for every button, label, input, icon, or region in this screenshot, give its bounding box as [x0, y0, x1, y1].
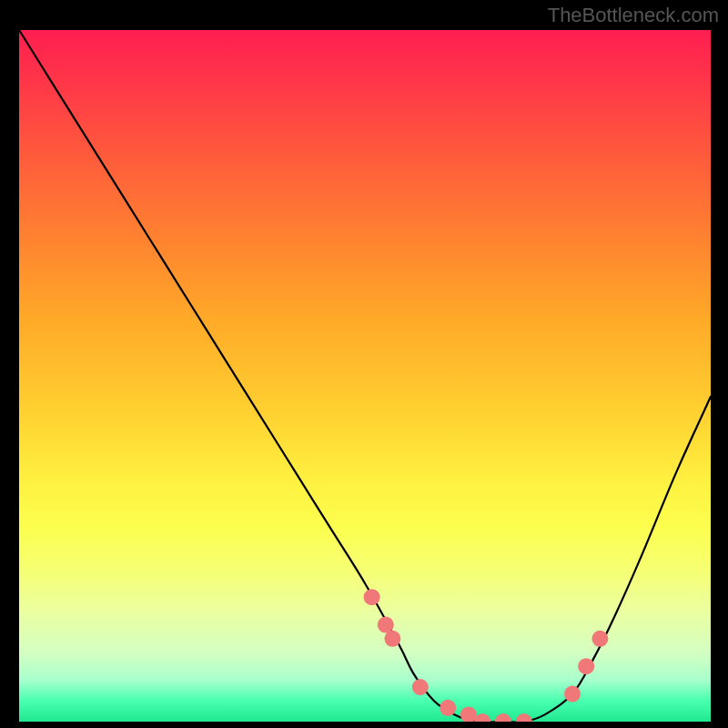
highlighted-point: [564, 686, 581, 703]
highlighted-point: [495, 713, 511, 722]
chart-svg: [19, 30, 711, 722]
highlighted-point: [592, 631, 608, 647]
plot-area: [19, 30, 711, 722]
watermark-text: TheBottleneck.com: [548, 4, 719, 27]
highlighted-point: [440, 700, 456, 716]
highlighted-points-group: [364, 589, 609, 722]
highlighted-point: [578, 658, 594, 674]
highlighted-point: [412, 679, 429, 695]
highlighted-point: [384, 631, 400, 647]
chart-container: TheBottleneck.com: [0, 0, 728, 728]
highlighted-point: [364, 589, 380, 605]
highlighted-point: [516, 713, 532, 722]
bottleneck-curve: [19, 30, 711, 722]
highlighted-point: [460, 706, 477, 722]
